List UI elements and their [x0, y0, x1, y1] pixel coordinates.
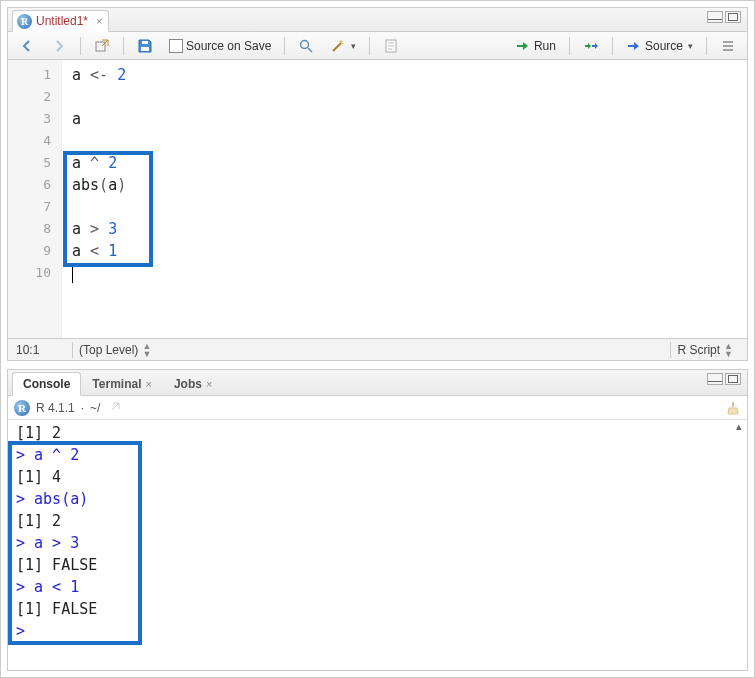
console-tabstrip: ConsoleTerminal×Jobs× — [8, 370, 747, 396]
editor-toolbar: Source on Save ▾ Run — [8, 32, 747, 60]
code-line[interactable]: a < 1 — [72, 240, 747, 262]
scope-selector[interactable]: (Top Level) ▲▼ — [72, 342, 157, 358]
rerun-button[interactable] — [578, 35, 604, 57]
show-in-new-window-button[interactable] — [89, 35, 115, 57]
popout-icon — [94, 38, 110, 54]
editor-tab-title: Untitled1* — [36, 14, 88, 28]
code-line[interactable] — [72, 196, 747, 218]
separator-dot: · — [81, 401, 84, 415]
console-input-line: > a ^ 2 — [16, 444, 739, 466]
editor-tab-untitled[interactable]: R Untitled1* × — [12, 10, 109, 32]
console-pane: ConsoleTerminal×Jobs× R R 4.1.1 · ~/ [1]… — [7, 369, 748, 671]
scope-label: (Top Level) — [79, 343, 138, 357]
rerun-icon — [583, 38, 599, 54]
console-input-line: > abs(a) — [16, 488, 739, 510]
popout-icon[interactable] — [106, 400, 122, 416]
r-logo-icon: R — [14, 400, 30, 416]
tab-terminal[interactable]: Terminal× — [81, 372, 163, 396]
svg-rect-0 — [96, 42, 105, 51]
forward-button[interactable] — [46, 35, 72, 57]
console-output[interactable]: [1] 2> a ^ 2[1] 4> abs(a)[1] 2> a > 3[1]… — [8, 420, 747, 670]
cursor-position: 10:1 — [16, 343, 72, 357]
code-editor[interactable]: 12345678910 a <- 2 a a ^ 2abs(a) a > 3a … — [8, 60, 747, 338]
chevron-down-icon: ▾ — [688, 41, 693, 51]
search-icon — [298, 38, 314, 54]
code-tools-button[interactable]: ▾ — [325, 35, 361, 57]
line-number: 3 — [8, 108, 51, 130]
console-output-line: [1] FALSE — [16, 598, 739, 620]
svg-rect-2 — [142, 41, 148, 44]
clear-console-icon[interactable] — [725, 400, 741, 416]
code-line[interactable]: a > 3 — [72, 218, 747, 240]
outline-icon — [720, 38, 736, 54]
sort-arrows-icon: ▲▼ — [724, 342, 733, 358]
close-icon[interactable]: × — [96, 15, 102, 27]
save-button[interactable] — [132, 35, 158, 57]
find-replace-button[interactable] — [293, 35, 319, 57]
notebook-icon — [383, 38, 399, 54]
console-input-line: > a > 3 — [16, 532, 739, 554]
close-icon[interactable]: × — [206, 378, 212, 390]
console-input-line: > a < 1 — [16, 576, 739, 598]
console-output-line: [1] 2 — [16, 510, 739, 532]
chevron-down-icon: ▾ — [351, 41, 356, 51]
line-number: 8 — [8, 218, 51, 240]
tab-jobs[interactable]: Jobs× — [163, 372, 223, 396]
editor-tabstrip: R Untitled1* × — [8, 8, 747, 32]
source-editor-pane: R Untitled1* × — [7, 7, 748, 361]
maximize-pane-icon[interactable] — [725, 373, 741, 385]
line-number: 1 — [8, 64, 51, 86]
code-text[interactable]: a <- 2 a a ^ 2abs(a) a > 3a < 1 — [62, 60, 747, 338]
compile-report-button[interactable] — [378, 35, 404, 57]
tab-console[interactable]: Console — [12, 372, 81, 396]
run-label: Run — [534, 39, 556, 53]
console-output-line: [1] 2 — [16, 422, 739, 444]
arrow-left-icon — [19, 38, 35, 54]
tab-label: Jobs — [174, 377, 202, 391]
outline-button[interactable] — [715, 35, 741, 57]
run-button[interactable]: Run — [510, 35, 561, 57]
scroll-up-arrow-icon[interactable]: ▴ — [731, 420, 747, 433]
code-line[interactable]: a <- 2 — [72, 64, 747, 86]
line-number: 5 — [8, 152, 51, 174]
filetype-selector[interactable]: R Script ▲▼ — [670, 342, 739, 358]
tab-label: Terminal — [92, 377, 141, 391]
source-on-save-toggle[interactable]: Source on Save — [164, 36, 276, 56]
filetype-label: R Script — [677, 343, 720, 357]
working-dir-label[interactable]: ~/ — [90, 401, 100, 415]
console-header: R R 4.1.1 · ~/ — [8, 396, 747, 420]
code-line[interactable]: a ^ 2 — [72, 152, 747, 174]
back-button[interactable] — [14, 35, 40, 57]
code-line[interactable]: abs(a) — [72, 174, 747, 196]
wand-icon — [330, 38, 346, 54]
minimize-pane-icon[interactable] — [707, 11, 723, 23]
code-line[interactable] — [72, 262, 747, 284]
line-number: 4 — [8, 130, 51, 152]
console-input-line: > — [16, 620, 739, 642]
line-number: 6 — [8, 174, 51, 196]
source-button[interactable]: Source ▾ — [621, 35, 698, 57]
save-icon — [137, 38, 153, 54]
r-logo-icon: R — [17, 14, 32, 29]
line-number: 10 — [8, 262, 51, 284]
pane-window-controls — [707, 373, 741, 385]
source-on-save-label: Source on Save — [186, 39, 271, 53]
source-label: Source — [645, 39, 683, 53]
line-number: 2 — [8, 86, 51, 108]
code-line[interactable] — [72, 130, 747, 152]
close-icon[interactable]: × — [145, 378, 151, 390]
line-number: 9 — [8, 240, 51, 262]
code-line[interactable] — [72, 86, 747, 108]
source-arrow-icon — [626, 38, 642, 54]
console-output-line: [1] FALSE — [16, 554, 739, 576]
maximize-pane-icon[interactable] — [725, 11, 741, 23]
run-arrow-icon — [515, 38, 531, 54]
code-line[interactable]: a — [72, 108, 747, 130]
minimize-pane-icon[interactable] — [707, 373, 723, 385]
pane-window-controls — [707, 11, 741, 23]
sort-arrows-icon: ▲▼ — [142, 342, 151, 358]
svg-rect-1 — [141, 47, 149, 51]
checkbox-icon — [169, 39, 183, 53]
tab-label: Console — [23, 377, 70, 391]
line-number-gutter: 12345678910 — [8, 60, 62, 338]
